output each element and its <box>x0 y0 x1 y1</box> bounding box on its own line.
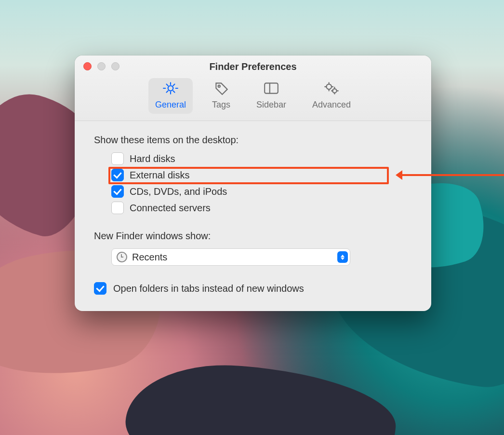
preferences-body: Show these items on the desktop: Hard di… <box>75 121 431 311</box>
chevron-up-icon <box>341 255 345 257</box>
recents-icon <box>117 252 127 262</box>
sidebar-icon <box>263 81 279 98</box>
tab-label: Advanced <box>312 100 351 110</box>
svg-point-1 <box>218 85 220 87</box>
tab-label: Sidebar <box>256 100 286 110</box>
titlebar: Finder Preferences General Tags <box>75 55 431 121</box>
window-title: Finder Preferences <box>75 55 431 76</box>
finder-preferences-window: Finder Preferences General Tags <box>75 55 431 311</box>
tag-icon <box>213 81 229 98</box>
select-stepper[interactable] <box>337 251 348 263</box>
checkbox-label: Connected servers <box>130 203 211 214</box>
checkbox-label: Open folders in tabs instead of new wind… <box>113 283 304 294</box>
zoom-button[interactable] <box>111 62 119 70</box>
gear-icon <box>162 81 179 98</box>
checkbox-label: CDs, DVDs, and iPods <box>130 186 227 197</box>
checkbox-external-disks[interactable] <box>111 169 124 181</box>
checkbox-row-open-in-tabs[interactable]: Open folders in tabs instead of new wind… <box>94 282 412 295</box>
tab-advanced[interactable]: Advanced <box>305 78 358 114</box>
checkbox-cds-dvds-ipods[interactable] <box>111 185 124 198</box>
desktop-background: Finder Preferences General Tags <box>0 0 504 435</box>
svg-point-4 <box>326 84 332 90</box>
chevron-down-icon <box>341 258 345 260</box>
checkbox-open-in-tabs[interactable] <box>94 282 106 295</box>
checkbox-label: Hard disks <box>130 153 175 164</box>
checkbox-hard-disks[interactable] <box>111 152 124 165</box>
tab-general[interactable]: General <box>148 78 193 114</box>
new-windows-select[interactable]: Recents <box>111 248 350 266</box>
minimize-button[interactable] <box>97 62 106 70</box>
svg-rect-2 <box>265 83 278 93</box>
close-button[interactable] <box>83 62 92 70</box>
checkbox-row-connected-servers[interactable]: Connected servers <box>111 202 412 214</box>
svg-point-0 <box>168 86 173 91</box>
window-controls <box>83 62 119 70</box>
desktop-items-heading: Show these items on the desktop: <box>94 135 412 146</box>
checkbox-row-cds-dvds-ipods[interactable]: CDs, DVDs, and iPods <box>111 185 412 198</box>
tab-label: Tags <box>212 100 230 110</box>
checkbox-row-hard-disks[interactable]: Hard disks <box>111 152 412 165</box>
checkbox-row-external-disks[interactable]: External disks <box>111 169 412 181</box>
toolbar-tabs: General Tags Sidebar <box>75 76 431 121</box>
checkbox-connected-servers[interactable] <box>111 202 124 214</box>
select-value: Recents <box>132 252 167 263</box>
new-windows-heading: New Finder windows show: <box>94 231 412 242</box>
tab-tags[interactable]: Tags <box>205 78 237 114</box>
gears-icon <box>323 81 340 98</box>
annotation-arrow <box>398 174 504 176</box>
desktop-items-list: Hard disks External disks CDs, DVDs, and… <box>111 152 412 214</box>
checkbox-label: External disks <box>130 170 190 181</box>
tab-sidebar[interactable]: Sidebar <box>250 78 293 114</box>
tab-label: General <box>155 100 186 110</box>
